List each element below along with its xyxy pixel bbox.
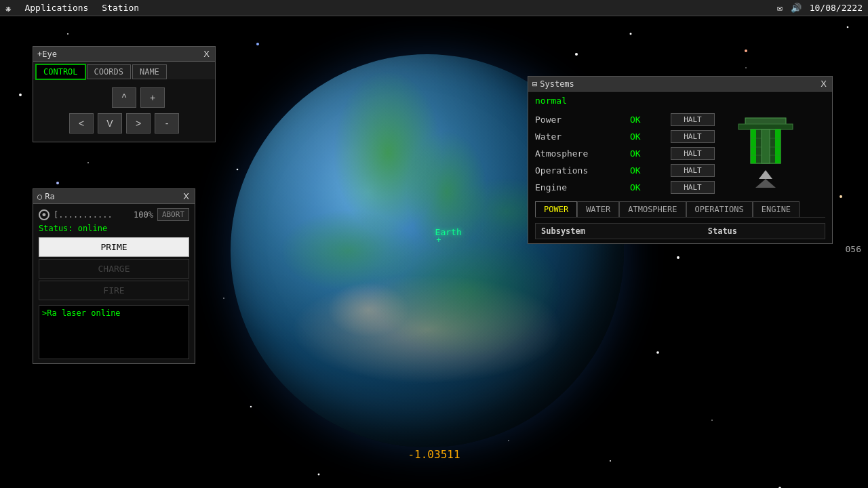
progress-pct: 100% bbox=[134, 210, 153, 220]
systems-content: normal Power OK HALT Water OK HALT Atmos… bbox=[528, 92, 832, 243]
dpad-middle-row: < V > - bbox=[69, 113, 179, 134]
menu-station[interactable]: Station bbox=[102, 3, 139, 13]
svg-rect-1 bbox=[738, 124, 793, 129]
volume-icon[interactable]: 🔊 bbox=[791, 3, 802, 13]
reactor-diagram bbox=[718, 111, 813, 192]
datetime: 10/08/2222 bbox=[810, 3, 863, 13]
bottom-chart bbox=[0, 468, 868, 488]
systems-window-title: ⊟ Systems bbox=[532, 79, 574, 89]
dpad-left[interactable]: < bbox=[69, 113, 94, 134]
systems-window-titlebar[interactable]: ⊟ Systems X bbox=[528, 77, 832, 92]
control-panel: ^ + < V > - bbox=[33, 79, 215, 142]
systems-title-icon: ⊟ bbox=[532, 79, 537, 89]
menubar: ❋ Applications Station ✉ 🔊 10/08/2222 bbox=[0, 0, 868, 16]
progress-bar: [........... bbox=[54, 210, 130, 220]
system-row: Power OK HALT bbox=[535, 111, 725, 128]
sys-row-status: OK bbox=[630, 131, 671, 142]
systems-tab-operations[interactable]: OPERATIONS bbox=[686, 201, 753, 217]
status-line: Status: online bbox=[39, 224, 189, 233]
systems-status: normal bbox=[535, 96, 825, 106]
sys-row-name: Operations bbox=[535, 165, 630, 176]
systems-tab-water[interactable]: WATER bbox=[577, 201, 619, 217]
eye-window-close[interactable]: X bbox=[202, 49, 211, 59]
progress-dot: ● bbox=[43, 211, 46, 218]
dpad-center[interactable]: V bbox=[98, 113, 122, 134]
progress-indicator: ● bbox=[39, 209, 50, 220]
prime-button[interactable]: PRIME bbox=[39, 237, 189, 257]
sys-row-status: OK bbox=[630, 182, 671, 192]
ra-content: ● [........... 100% ABORT Status: online… bbox=[33, 204, 195, 363]
dpad-top-row: ^ + bbox=[83, 87, 165, 108]
ra-window: ○ Ra X ● [........... 100% ABORT Status:… bbox=[33, 188, 195, 364]
systems-window-close[interactable]: X bbox=[819, 79, 828, 89]
svg-rect-4 bbox=[775, 129, 781, 163]
earth-crosshair: + bbox=[436, 235, 441, 245]
progress-row: ● [........... 100% ABORT bbox=[39, 208, 189, 221]
systems-rows: Power OK HALT Water OK HALT Atmosphere O… bbox=[535, 111, 711, 196]
eye-window-title: +Eye bbox=[37, 49, 57, 59]
col-subsystem: Subsystem bbox=[536, 224, 703, 239]
ra-window-titlebar[interactable]: ○ Ra X bbox=[33, 189, 195, 204]
dpad-right[interactable]: > bbox=[126, 113, 151, 134]
systems-tab-power[interactable]: POWER bbox=[535, 201, 577, 217]
dpad-plus[interactable]: + bbox=[140, 87, 165, 108]
svg-marker-9 bbox=[759, 170, 772, 179]
system-row: Water OK HALT bbox=[535, 128, 725, 145]
app-icon: ❋ bbox=[5, 3, 11, 14]
halt-button[interactable]: HALT bbox=[671, 147, 715, 160]
halt-button[interactable]: HALT bbox=[671, 130, 715, 143]
sys-row-name: Engine bbox=[535, 182, 630, 192]
ra-window-title: ○ Ra bbox=[37, 192, 55, 201]
log-area: >Ra laser online bbox=[39, 305, 189, 359]
dpad-up[interactable]: ^ bbox=[112, 87, 136, 108]
mail-icon[interactable]: ✉ bbox=[777, 3, 783, 13]
dpad-minus[interactable]: - bbox=[155, 113, 179, 134]
sys-row-status: OK bbox=[630, 165, 671, 176]
bottom-value: -1.03511 bbox=[408, 448, 460, 461]
systems-tab-engine[interactable]: ENGINE bbox=[753, 201, 800, 217]
earth-label: Earth bbox=[435, 227, 462, 237]
sys-row-status: OK bbox=[630, 115, 671, 125]
subsystems-table: Subsystem Status bbox=[535, 223, 825, 239]
tab-name[interactable]: NAME bbox=[132, 64, 167, 79]
halt-button[interactable]: HALT bbox=[671, 181, 715, 194]
menu-applications[interactable]: Applications bbox=[24, 3, 88, 13]
fire-button[interactable]: FIRE bbox=[39, 281, 189, 300]
halt-button[interactable]: HALT bbox=[671, 113, 715, 126]
sys-row-name: Water bbox=[535, 131, 630, 142]
tab-control[interactable]: CONTROL bbox=[36, 64, 85, 79]
svg-rect-3 bbox=[751, 129, 756, 163]
system-row: Operations OK HALT bbox=[535, 162, 725, 179]
svg-marker-10 bbox=[755, 179, 776, 188]
status-label: Status: bbox=[39, 224, 73, 233]
status-value: online bbox=[78, 224, 107, 233]
col-status: Status bbox=[703, 224, 825, 239]
ra-window-close[interactable]: X bbox=[182, 191, 191, 201]
log-entry: >Ra laser online bbox=[42, 308, 121, 318]
systems-tabs: POWERWATERATMOSPHEREOPERATIONSENGINE bbox=[535, 201, 825, 218]
systems-tab-atmosphere[interactable]: ATMOSPHERE bbox=[619, 201, 686, 217]
sys-row-name: Atmosphere bbox=[535, 148, 630, 159]
sys-row-status: OK bbox=[630, 148, 671, 159]
eye-window: +Eye X CONTROL COORDS NAME ^ + < V > - bbox=[33, 46, 216, 142]
tab-coords[interactable]: COORDS bbox=[87, 64, 131, 79]
right-number: 056 bbox=[846, 244, 861, 254]
eye-window-titlebar[interactable]: +Eye X bbox=[33, 47, 215, 62]
systems-window: ⊟ Systems X normal Power OK HALT Water O… bbox=[528, 76, 833, 244]
halt-button[interactable]: HALT bbox=[671, 164, 715, 177]
sys-row-name: Power bbox=[535, 115, 630, 125]
eye-tab-bar: CONTROL COORDS NAME bbox=[33, 62, 215, 79]
charge-button[interactable]: CHARGE bbox=[39, 259, 189, 279]
system-row: Atmosphere OK HALT bbox=[535, 145, 725, 162]
system-row: Engine OK HALT bbox=[535, 179, 725, 196]
ra-title-icon: ○ bbox=[37, 192, 42, 201]
svg-rect-8 bbox=[762, 129, 770, 163]
abort-button[interactable]: ABORT bbox=[157, 208, 189, 221]
